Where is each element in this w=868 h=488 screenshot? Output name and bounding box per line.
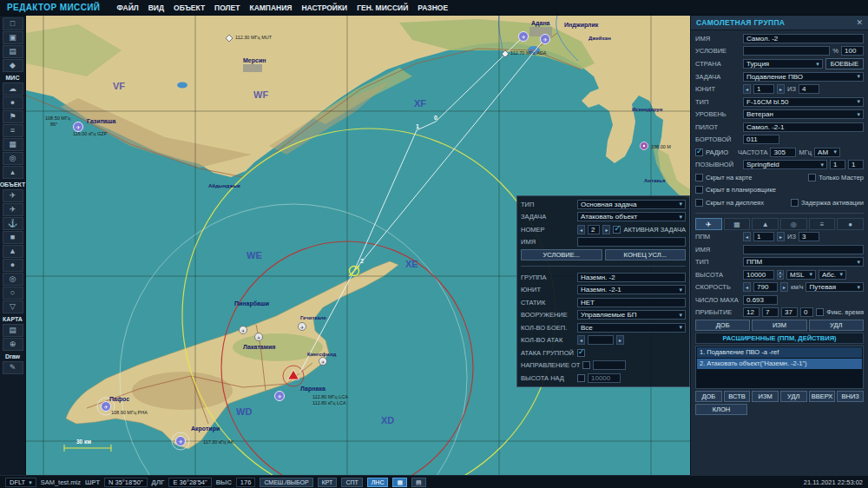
farp-icon[interactable]: ▽ <box>3 300 23 313</box>
callsign-number1-input[interactable]: 1 <box>830 160 845 169</box>
task-number-input[interactable]: 2 <box>588 225 600 234</box>
triggers-icon[interactable]: ◎ <box>3 152 23 165</box>
rules-icon[interactable]: ▴ <box>3 166 23 179</box>
combat-button[interactable]: БОЕВЫЕ <box>825 58 864 69</box>
pilot-input[interactable]: Самол. -2-1 <box>743 122 864 132</box>
action-clone-button[interactable]: КЛОН <box>695 404 747 415</box>
fixed-time-checkbox[interactable] <box>816 308 824 316</box>
menu-mission-gen[interactable]: ГЕН. МИССИЙ <box>357 3 408 12</box>
airfield-icon-larnaka[interactable]: ✈ <box>275 392 285 401</box>
waypoint-name-input[interactable] <box>743 245 864 254</box>
advanced-actions-header[interactable]: РАСШИРЕННЫЕ (ППМ, ДЕЙСТВИЯ) <box>695 333 864 344</box>
airfield-icon-gecitkale[interactable]: ✈ <box>299 323 306 331</box>
helicopter-icon[interactable]: ✈ <box>3 203 23 216</box>
speed-input[interactable]: 790 <box>753 282 778 292</box>
satellite-view-button[interactable]: СПТ <box>341 478 362 487</box>
airfield-icon-north2[interactable]: ✈ <box>255 333 263 341</box>
waypoint-index-input[interactable]: 1 <box>753 232 774 241</box>
navpoint-icon[interactable]: ○ <box>3 287 23 300</box>
tab-datalink-icon[interactable]: ≡ <box>809 218 836 230</box>
active-task-checkbox[interactable] <box>613 226 621 234</box>
briefing-icon[interactable]: ≡ <box>3 124 23 137</box>
grid-toggle-icon[interactable]: ▦ <box>392 478 407 487</box>
measure-icon[interactable]: ⊕ <box>3 338 23 351</box>
callsign-number2-input[interactable]: 1 <box>848 160 864 169</box>
ship-icon[interactable]: ⚓ <box>3 217 23 230</box>
draw-icon[interactable]: ✎ <box>3 361 23 374</box>
task-type-select[interactable]: Основная задача ▾ <box>577 200 686 209</box>
eta-ms-input[interactable]: 0 <box>800 307 813 317</box>
altitude-input[interactable]: 10000 <box>743 270 774 280</box>
waypoint-delete-button[interactable]: УДЛ <box>809 320 864 331</box>
speed-decrement-button[interactable]: ◂ <box>743 282 751 292</box>
action-up-button[interactable]: ВВЕРХ <box>809 391 836 402</box>
airfield-icon-adana[interactable]: ✈ <box>519 32 529 42</box>
spin-down-icon[interactable]: ▾ <box>777 274 784 280</box>
waypoint-increment-button[interactable]: ▸ <box>777 232 785 241</box>
direction-from-input[interactable] <box>593 360 626 370</box>
number-decrement-button[interactable]: ◂ <box>577 225 585 234</box>
airfield-icon-kingsfield[interactable]: ✈ <box>319 358 327 366</box>
group-attack-checkbox[interactable] <box>577 349 585 357</box>
menu-misc[interactable]: РАЗНОЕ <box>418 3 448 12</box>
coords-mode-button[interactable]: СМЕШ./ВЫБОР <box>260 478 312 487</box>
altitude-above-input[interactable]: 10000 <box>588 373 621 383</box>
radio-checkbox[interactable] <box>695 148 703 156</box>
skill-select[interactable]: Ветеран ▾ <box>743 109 864 119</box>
country-select[interactable]: Турция ▾ <box>743 59 823 69</box>
waypoint-type-select[interactable]: ППМ ▾ <box>743 257 864 267</box>
tail-number-input[interactable]: 011 <box>743 135 779 144</box>
menu-object[interactable]: ОБЪЕКТ <box>174 3 205 12</box>
attack-count-increment-button[interactable]: ▸ <box>616 335 624 345</box>
airplane-icon[interactable]: ✈ <box>3 189 23 202</box>
attack-count-input[interactable] <box>588 335 614 345</box>
speed-kind-select[interactable]: Путевая ▾ <box>806 282 864 292</box>
mission-options-icon[interactable]: ◆ <box>3 59 23 72</box>
map-layers-icon[interactable]: ▤ <box>3 324 23 337</box>
airfield-icon-gazipasha[interactable]: ✈ <box>74 122 83 132</box>
waypoint-add-button[interactable]: ДОБ <box>695 320 750 331</box>
static-object-icon[interactable]: ▲ <box>3 245 23 258</box>
task-name-input[interactable] <box>577 237 686 247</box>
layers-toggle-icon[interactable]: ▤ <box>411 478 426 487</box>
eta-seconds-input[interactable]: 37 <box>781 307 798 317</box>
condition-input[interactable] <box>743 46 830 56</box>
menu-file[interactable]: ФАЙЛ <box>116 3 138 12</box>
theater-select[interactable]: DFLT ▾ <box>5 478 36 487</box>
weather-icon[interactable]: ☁ <box>3 82 23 96</box>
eta-minutes-input[interactable]: 7 <box>762 307 779 317</box>
condition-percent-input[interactable]: 100 <box>841 46 864 56</box>
close-icon[interactable]: ✕ <box>856 18 863 27</box>
menu-campaign[interactable]: КАМПАНИЯ <box>249 3 292 12</box>
template-icon[interactable]: ● <box>3 259 23 272</box>
airfield-icon-north1[interactable]: ✈ <box>240 326 247 334</box>
action-list-item[interactable]: 2. Атаковать объект("Наземн. -2-1") <box>697 359 862 369</box>
modulation-select[interactable]: АМ ▾ <box>814 148 840 157</box>
summary-icon[interactable]: ▦ <box>3 138 23 151</box>
unit-total-input[interactable]: 4 <box>799 84 819 94</box>
selected-waypoint-marker[interactable] <box>349 266 359 276</box>
goals-icon[interactable]: ⚑ <box>3 110 23 123</box>
open-mission-icon[interactable]: ▣ <box>3 31 23 44</box>
frequency-input[interactable]: 305 <box>770 148 796 157</box>
trigger-zone-icon[interactable]: ◎ <box>3 273 23 286</box>
action-insert-button[interactable]: ВСТВ <box>724 391 751 402</box>
beacon-icon-east[interactable] <box>641 142 648 150</box>
action-list-item[interactable]: 1. Подавление ПВО -а -ref <box>697 347 862 358</box>
lines-view-button[interactable]: ЛНС <box>367 478 389 487</box>
tab-aircraft-icon[interactable]: ▲ <box>752 218 779 230</box>
callsign-select[interactable]: Springfield ▾ <box>743 160 827 169</box>
tab-route-icon[interactable]: ✈ <box>695 218 722 230</box>
speed-increment-button[interactable]: ▸ <box>780 282 788 292</box>
airfield-icon-incirlik[interactable]: ✈ <box>541 35 550 44</box>
menu-settings[interactable]: НАСТРОЙКИ <box>301 3 347 12</box>
menu-flight[interactable]: ПОЛЕТ <box>214 3 240 12</box>
action-add-button[interactable]: ДОБ <box>695 391 722 402</box>
action-delete-button[interactable]: УДЛ <box>780 391 807 402</box>
task-select[interactable]: Атаковать объект ▾ <box>577 212 686 221</box>
unit-index-input[interactable]: 1 <box>753 84 774 94</box>
eta-hours-input[interactable]: 12 <box>743 307 760 317</box>
group-name-input[interactable]: Самол. -2 <box>743 34 864 43</box>
time-icon[interactable]: ● <box>3 96 23 109</box>
map-viewport[interactable]: ✈ ✈ ✈ ✈ ✈ ✈ ✈ ✈ <box>26 16 690 475</box>
